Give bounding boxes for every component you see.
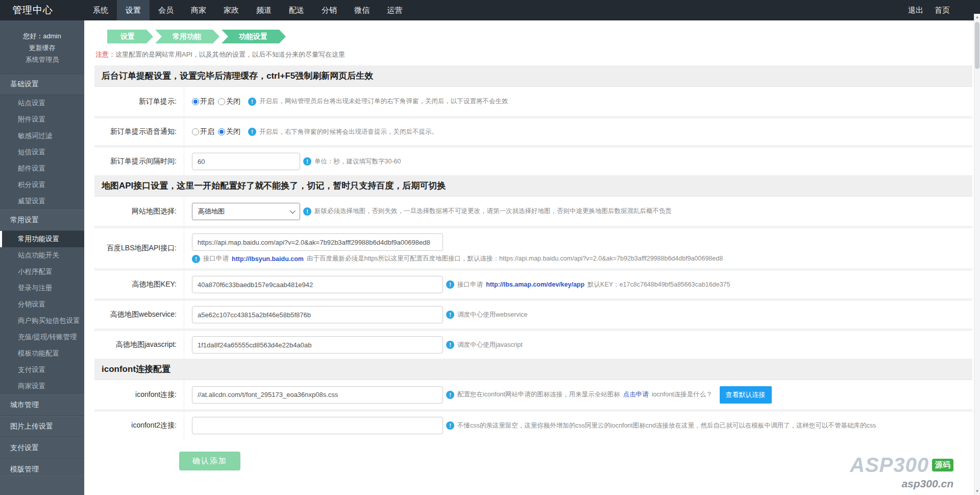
sidebar-item[interactable]: 常用功能设置	[0, 231, 84, 247]
row-voice-notify: 新订单提示语音通知: 开启 关闭 开启后，右下角弹窗的时候将会出现语音提示，关闭…	[94, 116, 972, 145]
sidebar-item[interactable]: 支付设置	[0, 362, 84, 378]
sidebar-section-title[interactable]: 模版管理	[0, 459, 84, 476]
sidebar-section-title[interactable]: 基础设置	[0, 74, 84, 95]
field-label: 新订单提示:	[94, 87, 184, 116]
sidebar-item[interactable]: 商家设置	[0, 378, 84, 394]
field-help: 不懂css的亲这里留空，这里你额外增加的css阿里云的iocnfont图标cnd…	[457, 421, 876, 430]
radio-off-label[interactable]: 关闭	[226, 97, 240, 106]
nav-item[interactable]: 设置	[117, 0, 150, 20]
info-icon	[303, 157, 311, 166]
field-label: 新订单提示间隔时间:	[94, 148, 184, 175]
sidebar-item[interactable]: 附件设置	[0, 111, 84, 128]
breadcrumb-item-common-functions[interactable]: 常用功能	[155, 30, 219, 43]
top-navbar: 管理中心 系统设置会员商家家政频道配送分销微信运营 退出首页	[0, 0, 980, 20]
field-label: 百度LBS地图API接口:	[94, 228, 184, 268]
field-label: iconfont连接:	[94, 380, 184, 409]
amap-key-input[interactable]	[192, 276, 443, 293]
nav-item[interactable]: 退出	[902, 0, 929, 20]
row-baidu-lbs: 百度LBS地图API接口: 接口申请 http://lbsyun.baidu.c…	[94, 226, 972, 268]
view-default-link-button[interactable]: 查看默认连接	[720, 386, 772, 404]
iconfont2-input[interactable]	[192, 417, 443, 434]
map-select-dropdown[interactable]: 高德地图	[192, 203, 300, 220]
sidebar-item[interactable]: 模板功能配置	[0, 345, 84, 362]
watermark: ASP300 源码 asp300.cn	[850, 454, 953, 490]
nav-item[interactable]: 商家	[182, 0, 215, 20]
baidu-lbs-input[interactable]	[192, 233, 443, 251]
radio-off[interactable]	[218, 98, 225, 105]
update-cache-link[interactable]: 更新缓存	[0, 42, 84, 54]
radio-on-label[interactable]: 开启	[200, 97, 214, 106]
field-help: 开启后，右下角弹窗的时候将会出现语音提示，关闭后不提示。	[259, 128, 438, 136]
breadcrumb-item-function-settings[interactable]: 功能设置	[222, 30, 286, 43]
amap-key-apply-link[interactable]: http://lbs.amap.com/dev/key/app	[486, 281, 584, 288]
sidebar-item[interactable]: 敏感词过滤	[0, 128, 84, 144]
sidebar-section-title[interactable]: 图片上传设置	[0, 416, 84, 437]
nav-item[interactable]: 首页	[929, 0, 955, 20]
sidebar-section-title[interactable]: 城市管理	[0, 394, 84, 416]
field-help: 新版必须选择地图，否则失效，一旦选择数据将不可逆更改，请第一次就选择好地图，否则…	[314, 207, 672, 216]
amap-webservice-input[interactable]	[192, 306, 443, 323]
new-order-tip-radio-group: 开启 关闭	[192, 97, 244, 106]
row-new-order-tip: 新订单提示: 开启 关闭 开启后，网站管理员后台将出现未处理订单的右下角弹窗，关…	[94, 87, 972, 116]
nav-item[interactable]: 配送	[280, 0, 313, 20]
nav-item[interactable]: 微信	[346, 0, 378, 20]
confirm-add-button[interactable]: 确认添加	[179, 452, 240, 470]
sidebar-section-title[interactable]: 常用设置	[0, 209, 84, 231]
sidebar-item[interactable]: 商户购买短信包设置	[0, 313, 84, 329]
nav-item[interactable]: 频道	[248, 0, 280, 20]
app-title: 管理中心	[0, 0, 84, 20]
field-help-prefix: 接口申请	[203, 254, 229, 263]
field-help-suffix: 默认KEY：e17c8c7648b49bf5a85663cab16de375	[587, 280, 730, 289]
nav-menu: 系统设置会员商家家政频道配送分销微信运营	[84, 0, 411, 20]
nav-item[interactable]: 系统	[84, 0, 117, 20]
nav-item[interactable]: 运营	[378, 0, 411, 20]
scrollbar-thumb[interactable]	[975, 22, 979, 69]
field-help-prefix: 接口申请	[457, 280, 483, 289]
info-icon	[248, 98, 256, 106]
radio-on[interactable]	[192, 128, 199, 135]
radio-off-label[interactable]: 关闭	[226, 127, 240, 136]
sidebar-item[interactable]: 小程序配置	[0, 264, 84, 280]
notice-prefix: 注意：	[95, 51, 115, 58]
vertical-scrollbar[interactable]: ▲ ▼	[974, 14, 980, 495]
user-role: 系统管理员	[0, 54, 84, 66]
radio-on[interactable]	[192, 98, 199, 105]
sidebar-item[interactable]: 威望设置	[0, 193, 84, 209]
sidebar-item[interactable]: 站点设置	[0, 95, 84, 111]
watermark-domain: asp300.cn	[850, 478, 953, 490]
interval-input[interactable]	[192, 153, 300, 170]
radio-on-label[interactable]: 开启	[200, 127, 214, 136]
nav-item[interactable]: 分销	[313, 0, 346, 20]
row-map-select: 网站地图选择: 高德地图 新版必须选择地图，否则失效，一旦选择数据将不可逆更改，…	[94, 197, 972, 226]
baidu-lbs-apply-link[interactable]: http://lbsyun.baidu.com	[232, 255, 304, 263]
field-help: 调度中心使用javascript	[457, 341, 523, 349]
nav-spacer	[411, 0, 902, 20]
scroll-down-icon[interactable]: ▼	[974, 488, 980, 495]
sidebar-item[interactable]: 站点功能开关	[0, 247, 84, 264]
sidebar-user-panel: 您好：admin 更新缓存 系统管理员	[0, 20, 84, 74]
sidebar-item[interactable]: 短信设置	[0, 144, 84, 160]
nav-right: 退出首页	[902, 0, 955, 20]
breadcrumb-item-settings[interactable]: 设置	[107, 30, 153, 43]
user-greeting: 您好：admin	[0, 31, 84, 42]
sidebar-section-title[interactable]: 支付设置	[0, 437, 84, 459]
sidebar-item[interactable]: 登录与注册	[0, 280, 84, 296]
nav-item[interactable]: 会员	[150, 0, 182, 20]
page-notice: 注意：这里配置的是网站常用API，以及其他的设置，以后不知道分来的尽量写在这里	[95, 50, 972, 59]
amap-javascript-input[interactable]	[192, 336, 443, 353]
sidebar-item[interactable]: 充值/提现/转账管理	[0, 329, 84, 345]
voice-notify-radio-group: 开启 关闭	[192, 127, 244, 136]
sidebar-item[interactable]: 分销设置	[0, 296, 84, 313]
iconfont-apply-link[interactable]: 点击申请	[623, 390, 649, 399]
scroll-up-icon[interactable]: ▲	[974, 14, 980, 21]
sidebar-item[interactable]: 邮件设置	[0, 160, 84, 177]
info-icon	[303, 207, 311, 216]
field-help-suffix: iocnfont连接是什么？	[652, 390, 713, 399]
iconfont-input[interactable]	[192, 386, 443, 404]
row-iconfont2: iconfont2连接: 不懂css的亲这里留空，这里你额外增加的css阿里云的…	[94, 409, 972, 439]
sidebar-item[interactable]: 积分设置	[0, 177, 84, 193]
nav-item[interactable]: 家政	[215, 0, 248, 20]
radio-off[interactable]	[218, 128, 225, 135]
info-icon	[446, 311, 454, 319]
field-label: iconfont2连接:	[94, 412, 184, 439]
